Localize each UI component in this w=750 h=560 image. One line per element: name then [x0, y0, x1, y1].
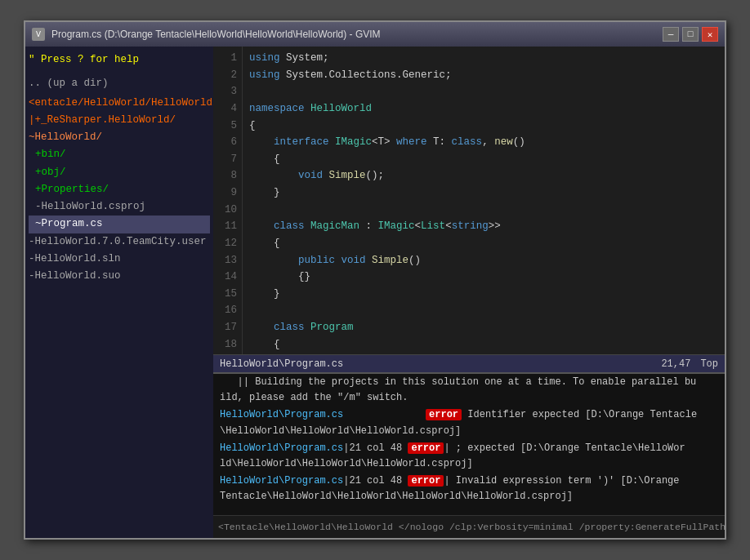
path-1: <entacle/HelloWorld/HelloWorld/: [29, 95, 210, 112]
up-dir[interactable]: .. (up a dir): [29, 75, 210, 92]
close-button[interactable]: ✕: [702, 27, 718, 42]
help-text: " Press ? for help: [29, 51, 210, 69]
output-line-2: HelloWorld\Program.cs error Identifier e…: [213, 407, 725, 439]
status-filename: HelloWorld\Program.cs: [220, 358, 661, 370]
status-scroll: Top: [700, 358, 718, 370]
line-numbers: 12345 678910 1112131415 1617181920 21: [213, 47, 243, 354]
bottom-bar-text: <Tentacle\HelloWorld\HelloWorld </nologo…: [218, 522, 725, 532]
path-3[interactable]: ~HelloWorld/: [29, 129, 210, 146]
window-controls: — □ ✕: [663, 27, 718, 42]
editor-area: 12345 678910 1112131415 1617181920 21 us…: [213, 47, 725, 538]
status-position: 21,47: [661, 358, 690, 370]
file-tree-panel: " Press ? for help .. (up a dir) <entacl…: [25, 47, 213, 538]
minimize-button[interactable]: —: [663, 27, 679, 42]
tree-item-properties[interactable]: +Properties/: [29, 181, 210, 198]
tree-item-program-cs[interactable]: ~Program.cs: [29, 216, 210, 233]
code-editor[interactable]: using System; using System.Collections.G…: [243, 47, 725, 354]
output-line-1: || Building the projects in this solutio…: [213, 374, 725, 407]
tree-item-obj[interactable]: +obj/: [29, 164, 210, 181]
main-area: " Press ? for help .. (up a dir) <entacl…: [25, 47, 725, 538]
path-2: |+_ReSharper.HelloWorld/: [29, 112, 210, 129]
output-line-4: HelloWorld\Program.cs|21 col 48 error| I…: [213, 473, 725, 505]
maximize-button[interactable]: □: [682, 27, 699, 42]
window-title: Program.cs (D:\Orange Tentacle\HelloWorl…: [51, 29, 663, 40]
bottom-bar: <Tentacle\HelloWorld\HelloWorld </nologo…: [213, 515, 725, 538]
tree-item-suo[interactable]: -HelloWorld.suo: [29, 268, 210, 285]
status-bar: HelloWorld\Program.cs 21,47 Top: [213, 354, 725, 372]
output-panel: || Building the projects in this solutio…: [213, 372, 725, 515]
code-panel[interactable]: 12345 678910 1112131415 1617181920 21 us…: [213, 47, 725, 354]
tree-item-bin[interactable]: +bin/: [29, 146, 210, 163]
gvim-window: V Program.cs (D:\Orange Tentacle\HelloWo…: [24, 20, 726, 540]
output-line-3: HelloWorld\Program.cs|21 col 48 error| ;…: [213, 440, 725, 473]
title-bar: V Program.cs (D:\Orange Tentacle\HelloWo…: [25, 22, 725, 47]
tree-item-csproj[interactable]: -HelloWorld.csproj: [29, 198, 210, 216]
app-icon: V: [32, 28, 45, 41]
tree-item-sln[interactable]: -HelloWorld.sln: [29, 251, 210, 268]
tree-item-teamcity[interactable]: -HelloWorld.7.0.TeamCity.user: [29, 233, 210, 251]
